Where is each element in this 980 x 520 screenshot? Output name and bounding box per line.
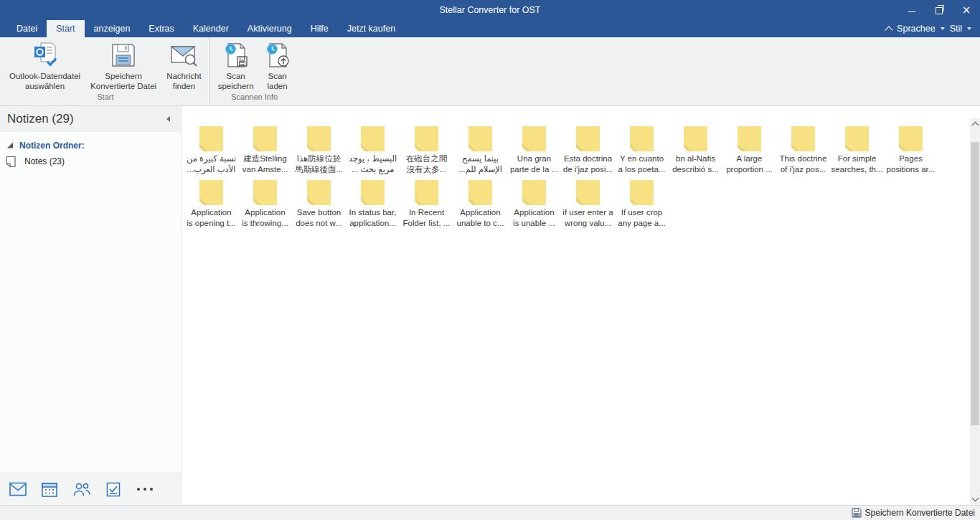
note-caption-line: Pages — [887, 153, 936, 164]
note-caption-line: Application — [187, 207, 235, 218]
style-menu[interactable]: Stil — [950, 24, 962, 34]
tab-extras[interactable]: Extras — [139, 20, 183, 37]
note-icon — [252, 126, 278, 152]
scroll-down-button[interactable] — [970, 493, 980, 505]
minimize-button[interactable] — [898, 0, 925, 20]
note-item[interactable]: if user enter awrong valu... — [561, 179, 615, 229]
note-item[interactable]: If user cropany page a... — [615, 179, 669, 229]
status-save-label[interactable]: Speichern Konvertierte Datei — [865, 508, 975, 518]
note-caption-line: does not w... — [296, 218, 342, 229]
note-caption: In RecentFolder list, ... — [403, 207, 451, 229]
mail-icon[interactable] — [9, 482, 27, 496]
note-icon — [306, 179, 332, 206]
note-item[interactable]: Save buttondoes not w... — [292, 179, 346, 229]
scrollbar-thumb[interactable] — [971, 142, 979, 425]
note-caption-line: This doctrine — [780, 153, 827, 164]
save-scan-icon — [222, 41, 250, 70]
note-icon — [198, 179, 225, 206]
note-caption-line: application... — [349, 218, 397, 229]
note-caption-line: van Amste... — [242, 164, 288, 175]
note-caption-line: 沒有太多... — [406, 164, 448, 175]
note-icon — [844, 126, 870, 152]
tab-strip: DateiStartanzeigenExtrasKalenderAktivier… — [7, 20, 405, 37]
contacts-icon[interactable] — [72, 482, 91, 496]
tree-expanded-icon[interactable] — [7, 143, 13, 148]
note-caption-line: بينما يسمح — [458, 153, 502, 164]
button-label: Konvertierte Datei — [90, 81, 156, 91]
scroll-up-button[interactable] — [970, 118, 980, 130]
tab-aktivierung[interactable]: Aktivierung — [238, 20, 301, 37]
tree-root-notizen-ordner[interactable]: Notizen Ordner: — [0, 138, 181, 153]
vertical-scrollbar[interactable] — [970, 118, 980, 505]
status-bar: Speichern Konvertierte Datei — [0, 505, 980, 520]
tree-item-notes[interactable]: Notes (23) — [0, 153, 181, 170]
language-menu[interactable]: Sprachee — [897, 24, 936, 34]
note-item[interactable]: In status bar,application... — [346, 179, 400, 229]
note-item[interactable]: 在砲台之間沒有太多... — [400, 126, 453, 175]
restore-button[interactable] — [925, 0, 953, 20]
note-item[interactable]: Y en cuantoa los poeta... — [615, 126, 669, 175]
app-title: Stellar Converter for OST — [0, 5, 980, 15]
note-item[interactable]: This doctrineof i'jaz pos... — [776, 126, 830, 175]
calendar-icon[interactable] — [42, 482, 57, 497]
note-item[interactable]: 建造Stellingvan Amste... — [238, 126, 292, 175]
note-item[interactable]: البسيط ، يوجدمربع بحث ... — [346, 126, 400, 175]
title-bar: Stellar Converter for OST × — [0, 0, 980, 20]
tab-start[interactable]: Start — [47, 20, 84, 37]
button-outlook-datendatei-auswählen[interactable]: Outlook-Datendateiauswählen — [4, 37, 85, 93]
scrollbar-track[interactable] — [970, 130, 980, 493]
note-icon — [628, 126, 655, 152]
load-scan-icon — [264, 41, 291, 70]
note-caption-line: For simple — [831, 153, 882, 164]
tab-bar: DateiStartanzeigenExtrasKalenderAktivier… — [0, 20, 980, 37]
note-caption-line: is unable ... — [513, 218, 555, 229]
note-caption-line: 馬斯線後面... — [295, 164, 343, 175]
button-label: Scan — [268, 71, 286, 81]
collapse-panel-button[interactable] — [162, 116, 174, 122]
note-caption-line: نسبة كبيرة من — [187, 153, 236, 164]
button-scan-speichern[interactable]: Scanspeichern — [213, 37, 259, 93]
button-nachricht-finden[interactable]: Nachrichtfinden — [161, 37, 207, 93]
tab-jetzt-kaufen[interactable]: Jetzt kaufen — [338, 20, 405, 37]
note-item[interactable]: Esta doctrinade i'jaz posi... — [561, 126, 615, 175]
chevron-up-icon[interactable] — [885, 26, 892, 34]
note-item[interactable]: بينما يسمحالإسلام للم... — [453, 126, 507, 175]
tree-root-label: Notizen Ordner: — [19, 141, 85, 151]
note-item[interactable]: Applicationis opening t... — [184, 179, 238, 229]
collapse-left-icon — [166, 116, 170, 122]
button-scan-laden[interactable]: Scanladen — [259, 37, 296, 93]
tree-item-label: Notes (23) — [24, 156, 65, 166]
note-outline-icon — [5, 156, 17, 168]
note-item[interactable]: Applicationunable to c... — [453, 179, 507, 229]
note-icon — [575, 126, 601, 152]
button-speichern-konvertierte-datei[interactable]: SpeichernKonvertierte Datei — [85, 37, 161, 93]
note-item[interactable]: Pagespositions ar... — [884, 126, 938, 175]
note-caption-line: الإسلام للم... — [458, 164, 502, 175]
note-item[interactable]: Una granparte de la ... — [507, 126, 561, 175]
outlook-file-icon — [31, 41, 60, 70]
note-caption: Una granparte de la ... — [510, 153, 558, 175]
tab-hilfe[interactable]: Hilfe — [301, 20, 338, 37]
note-item[interactable]: Applicationis throwing... — [238, 179, 292, 229]
note-item[interactable]: هذا防線位於馬斯線後面... — [292, 126, 346, 175]
note-caption-line: any page a... — [618, 218, 666, 229]
note-icon — [198, 126, 225, 152]
note-item[interactable]: نسبة كبيرة منالأدب العرب... — [184, 126, 238, 175]
note-item[interactable]: In RecentFolder list, ... — [400, 179, 453, 229]
close-button[interactable]: × — [953, 0, 980, 20]
note-item[interactable]: A largeproportion ... — [722, 126, 776, 175]
tasks-icon[interactable] — [106, 482, 121, 497]
note-item[interactable]: For simplesearches, th... — [830, 126, 884, 175]
tab-datei[interactable]: Datei — [7, 20, 47, 37]
tab-kalender[interactable]: Kalender — [184, 20, 238, 37]
style-caret-down-icon[interactable] — [967, 27, 971, 30]
tab-anzeigen[interactable]: anzeigen — [85, 20, 140, 37]
more-icon[interactable] — [136, 487, 154, 491]
language-caret-down-icon[interactable] — [941, 27, 945, 30]
tab-bar-right: Sprachee Stil — [886, 20, 980, 37]
note-caption: If user cropany page a... — [618, 207, 666, 229]
note-caption-line: wrong valu... — [562, 218, 613, 229]
note-caption: Esta doctrinade i'jaz posi... — [563, 153, 613, 175]
note-item[interactable]: Applicationis unable ... — [507, 179, 561, 229]
note-item[interactable]: bn al-Nafisdescribió s... — [669, 126, 722, 175]
